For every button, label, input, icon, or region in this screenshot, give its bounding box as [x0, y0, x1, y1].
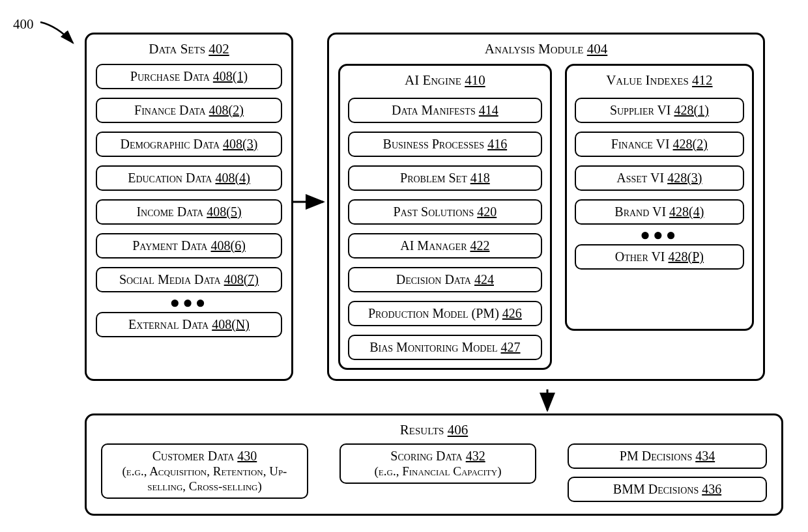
- ai-engine-item-1: Data Manifests 414: [348, 98, 542, 123]
- value-index-item-4: Brand VI 428(4): [575, 199, 744, 225]
- data-set-item-5: Income Data 408(5): [96, 199, 282, 225]
- ai-engine-title: AI Engine 410: [405, 72, 485, 89]
- value-index-item-final: Other VI 428(P): [575, 244, 744, 270]
- data-set-item-final: External Data 408(N): [96, 312, 282, 337]
- pm-decisions-box: PM Decisions 434: [568, 443, 767, 469]
- data-set-item-1: Purchase Data 408(1): [96, 64, 282, 89]
- results-title: Results 406: [400, 422, 468, 438]
- ellipsis-icon: ●●●: [169, 300, 208, 306]
- arrow-datasets-to-analysis: [293, 195, 327, 208]
- scoring-data-box: Scoring Data 432 (e.g., Financial Capaci…: [339, 443, 536, 484]
- value-index-item-3: Asset VI 428(3): [575, 165, 744, 191]
- data-set-item-3: Demographic Data 408(3): [96, 132, 282, 157]
- figure-pointer-arrow: [39, 21, 85, 53]
- value-indexes-title: Value Indexes 412: [606, 72, 712, 89]
- value-index-item-2: Finance VI 428(2): [575, 132, 744, 157]
- analysis-module-panel: Analysis Module 404 AI Engine 410 Data M…: [327, 33, 765, 381]
- data-set-item-4: Education Data 408(4): [96, 165, 282, 191]
- results-panel: Results 406 Customer Data 430 (e.g., Acq…: [85, 413, 783, 516]
- ai-engine-panel: AI Engine 410 Data Manifests 414Business…: [338, 64, 552, 370]
- data-sets-title: Data Sets 402: [149, 41, 229, 57]
- ai-engine-item-2: Business Processes 416: [348, 132, 542, 157]
- arrow-analysis-to-results: [541, 389, 554, 415]
- value-indexes-panel: Value Indexes 412 Supplier VI 428(1)Fina…: [565, 64, 754, 331]
- data-set-item-6: Payment Data 408(6): [96, 233, 282, 259]
- ellipsis-icon: ●●●: [640, 232, 678, 238]
- ai-engine-item-8: Bias Monitoring Model 427: [348, 335, 542, 360]
- data-sets-panel: Data Sets 402 Purchase Data 408(1)Financ…: [85, 33, 293, 381]
- data-set-item-7: Social Media Data 408(7): [96, 267, 282, 292]
- bmm-decisions-box: BMM Decisions 436: [568, 477, 767, 502]
- ai-engine-item-3: Problem Set 418: [348, 165, 542, 191]
- ai-engine-item-7: Production Model (PM) 426: [348, 301, 542, 326]
- ai-engine-item-6: Decision Data 424: [348, 267, 542, 292]
- ai-engine-item-4: Past Solutions 420: [348, 199, 542, 225]
- data-set-item-2: Finance Data 408(2): [96, 98, 282, 123]
- customer-data-box: Customer Data 430 (e.g., Acquisition, Re…: [101, 443, 308, 499]
- ai-engine-item-5: AI Manager 422: [348, 233, 542, 259]
- figure-number-label: 400: [13, 16, 34, 33]
- value-index-item-1: Supplier VI 428(1): [575, 98, 744, 123]
- analysis-module-title: Analysis Module 404: [485, 41, 608, 57]
